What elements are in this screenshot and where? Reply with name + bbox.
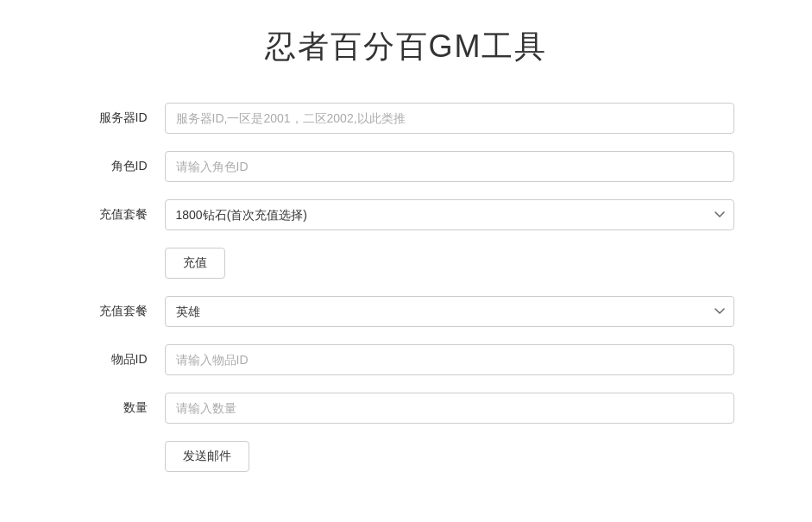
send-package-label: 充值套餐 — [79, 304, 148, 319]
recharge-button[interactable]: 充值 — [165, 248, 225, 279]
server-id-input[interactable] — [165, 103, 734, 134]
send-package-row: 充值套餐 英雄 装备 道具 材料 — [79, 296, 734, 327]
send-mail-button[interactable]: 发送邮件 — [165, 441, 249, 472]
send-package-select[interactable]: 英雄 装备 道具 材料 — [165, 296, 734, 327]
recharge-package-row: 充值套餐 1800钻石(首次充值选择) 3600钻石 6480钻石 12960钻… — [79, 199, 734, 230]
recharge-button-row: 充值 — [79, 248, 734, 279]
item-id-label: 物品ID — [79, 352, 148, 368]
quantity-label: 数量 — [79, 400, 148, 416]
role-id-label: 角色ID — [79, 159, 148, 174]
server-id-row: 服务器ID — [79, 103, 734, 134]
page-container: 忍者百分百GM工具 服务器ID 角色ID 充值套餐 1800钻石(首次充值选择)… — [0, 0, 812, 522]
role-id-input[interactable] — [165, 151, 734, 182]
form-container: 服务器ID 角色ID 充值套餐 1800钻石(首次充值选择) 3600钻石 64… — [79, 103, 734, 472]
quantity-input[interactable] — [165, 393, 734, 424]
recharge-package-label: 充值套餐 — [79, 207, 148, 223]
item-id-input[interactable] — [165, 344, 734, 375]
role-id-row: 角色ID — [79, 151, 734, 182]
quantity-row: 数量 — [79, 393, 734, 424]
server-id-label: 服务器ID — [79, 110, 148, 126]
send-button-row: 发送邮件 — [79, 441, 734, 472]
page-title: 忍者百分百GM工具 — [17, 26, 795, 68]
item-id-row: 物品ID — [79, 344, 734, 375]
recharge-package-select[interactable]: 1800钻石(首次充值选择) 3600钻石 6480钻石 12960钻石 — [165, 199, 734, 230]
